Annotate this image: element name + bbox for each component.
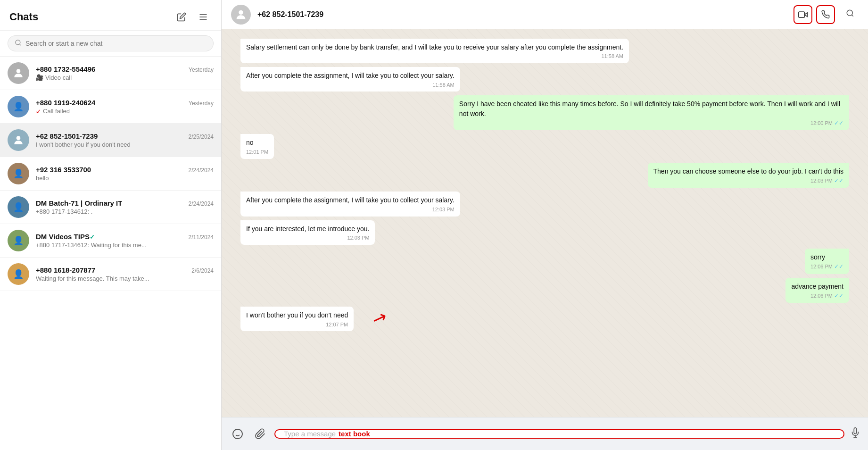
message-time: 11:58 AM bbox=[246, 53, 623, 60]
chat-list: +880 1732-554496 Yesterday 🎥 Video call … bbox=[0, 57, 221, 450]
svg-point-6 bbox=[17, 136, 21, 140]
message-bubble: Then you can choose someone else to do y… bbox=[648, 163, 849, 188]
message-time: 12:06 PM ✓✓ bbox=[810, 263, 843, 271]
chat-preview-text: hello bbox=[36, 175, 49, 182]
chat-list-item[interactable]: +880 1732-554496 Yesterday 🎥 Video call bbox=[0, 57, 221, 90]
chat-list-item[interactable]: 👤 +880 1618-207877 2/6/2024 Waiting for … bbox=[0, 258, 221, 291]
message-time: 12:03 PM bbox=[246, 234, 369, 242]
phone-call-button[interactable]: ↑ bbox=[816, 5, 835, 24]
avatar: 👤 bbox=[8, 96, 29, 117]
chat-info: +880 1919-240624 Yesterday ↙ Call failed bbox=[36, 99, 214, 115]
message-text: advance payment bbox=[791, 283, 843, 290]
video-call-button[interactable]: ↑ bbox=[794, 5, 812, 24]
time-text: 12:07 PM bbox=[326, 321, 348, 329]
chat-list-item[interactable]: +62 852-1501-7239 2/25/2024 I won't both… bbox=[0, 124, 221, 157]
video-call-icon: 🎥 bbox=[36, 74, 43, 81]
sidebar-header-icons bbox=[173, 8, 212, 25]
chat-info: +92 316 3533700 2/24/2024 hello bbox=[36, 166, 214, 182]
chat-info-top: DM Batch-71 | Ordinary IT 2/24/2024 bbox=[36, 199, 214, 207]
chat-date: Yesterday bbox=[189, 67, 214, 73]
chat-preview: +880 1717-134612: Waiting for this me... bbox=[36, 242, 214, 249]
filter-button[interactable] bbox=[195, 8, 212, 25]
message-text: Sorry I have been cheated like this many… bbox=[459, 100, 840, 117]
message-bubble: advance payment 12:06 PM ✓✓ bbox=[785, 278, 849, 303]
chat-list-item[interactable]: 👤 DM Videos TIPS✓ 2/11/2024 +880 1717-13… bbox=[0, 224, 221, 258]
message-bubble: After you complete the assignment, I wil… bbox=[240, 67, 460, 92]
chat-info-top: +880 1919-240624 Yesterday bbox=[36, 99, 214, 107]
message-row: Then you can choose someone else to do y… bbox=[240, 163, 849, 188]
chat-date: Yesterday bbox=[189, 100, 214, 107]
svg-line-4 bbox=[19, 44, 21, 45]
msg-annotation-arrow: ↙ bbox=[369, 305, 390, 333]
time-text: 11:58 AM bbox=[432, 82, 454, 89]
chat-name: +880 1618-207877 bbox=[36, 266, 95, 274]
avatar: 👤 bbox=[8, 263, 29, 285]
chat-preview-text: +880 1717-134612: Waiting for this me... bbox=[36, 242, 147, 249]
svg-point-10 bbox=[847, 10, 852, 16]
input-placeholder: Type a message bbox=[284, 430, 336, 438]
message-text: After you complete the assignment, I wil… bbox=[246, 72, 455, 79]
sidebar-header: Chats bbox=[0, 0, 221, 31]
message-row: Salary settlement can only be done by ba… bbox=[240, 39, 849, 63]
svg-point-12 bbox=[233, 429, 242, 439]
missed-call-icon: ↙ bbox=[36, 108, 41, 115]
svg-line-11 bbox=[851, 15, 853, 16]
message-row: I won't bother you if you don't need 12:… bbox=[240, 307, 849, 331]
search-input[interactable] bbox=[25, 40, 207, 47]
chat-list-item[interactable]: 👤 +92 316 3533700 2/24/2024 hello bbox=[0, 157, 221, 191]
input-highlight-text: text book bbox=[339, 430, 370, 438]
message-row: After you complete the assignment, I wil… bbox=[240, 192, 849, 216]
chat-info: +880 1732-554496 Yesterday 🎥 Video call bbox=[36, 65, 214, 81]
chat-preview: I won't bother you if you don't need bbox=[36, 141, 214, 148]
chat-preview-text: I won't bother you if you don't need bbox=[36, 141, 131, 148]
message-bubble: If you are interested, let me introduce … bbox=[240, 220, 375, 245]
header-search-button[interactable] bbox=[842, 6, 859, 23]
chat-info: +62 852-1501-7239 2/25/2024 I won't both… bbox=[36, 132, 214, 148]
check-marks: ✓✓ bbox=[834, 292, 843, 300]
input-area: Type a message text book bbox=[222, 417, 868, 450]
attach-button[interactable] bbox=[252, 425, 269, 442]
chat-preview-text: Waiting for this message. This may take.… bbox=[36, 275, 149, 282]
emoji-button[interactable] bbox=[229, 425, 246, 442]
header-action-buttons: ↑ ↑ bbox=[794, 5, 835, 24]
message-time: 12:01 PM bbox=[246, 149, 268, 156]
chat-list-item[interactable]: 👤 +880 1919-240624 Yesterday ↙ Call fail… bbox=[0, 90, 221, 124]
time-text: 12:03 PM bbox=[810, 177, 833, 185]
mic-button[interactable] bbox=[850, 427, 860, 441]
chat-name: DM Batch-71 | Ordinary IT bbox=[36, 199, 122, 207]
chat-preview-text: +880 1717-134612: . bbox=[36, 208, 92, 215]
message-row: Sorry I have been cheated like this many… bbox=[240, 95, 849, 130]
svg-point-5 bbox=[17, 69, 21, 73]
message-input-wrapper: Type a message text book bbox=[274, 429, 844, 439]
avatar: 👤 bbox=[8, 230, 29, 251]
message-text: If you are interested, let me introduce … bbox=[246, 225, 369, 233]
time-text: 12:06 PM bbox=[810, 292, 833, 300]
chat-preview: +880 1717-134612: . bbox=[36, 208, 214, 215]
chat-header-avatar bbox=[231, 5, 251, 25]
chat-date: 2/11/2024 bbox=[189, 234, 214, 241]
message-time: 12:07 PM bbox=[246, 321, 348, 329]
search-icon bbox=[15, 39, 22, 48]
chat-name: +62 852-1501-7239 bbox=[36, 132, 98, 140]
message-time: 12:03 PM ✓✓ bbox=[653, 177, 843, 185]
chat-list-item[interactable]: 👤 DM Batch-71 | Ordinary IT 2/24/2024 +8… bbox=[0, 191, 221, 224]
chat-date: 2/24/2024 bbox=[189, 200, 214, 207]
chat-name: +880 1919-240624 bbox=[36, 99, 95, 107]
sidebar-title: Chats bbox=[9, 11, 38, 23]
time-text: 12:00 PM bbox=[810, 120, 833, 127]
avatar: 👤 bbox=[8, 163, 29, 184]
svg-marker-8 bbox=[804, 12, 807, 16]
chat-info: DM Batch-71 | Ordinary IT 2/24/2024 +880… bbox=[36, 199, 214, 215]
message-time: 11:58 AM bbox=[246, 82, 455, 89]
chat-header: +62 852-1501-7239 ↑ ↑ bbox=[222, 0, 868, 29]
chat-name: DM Videos TIPS✓ bbox=[36, 233, 95, 241]
new-chat-button[interactable] bbox=[173, 8, 190, 25]
avatar: 👤 bbox=[8, 196, 29, 218]
check-marks: ✓✓ bbox=[834, 177, 843, 185]
avatar bbox=[8, 62, 29, 84]
message-text: no bbox=[246, 139, 254, 146]
time-text: 12:06 PM bbox=[810, 263, 833, 271]
message-text: After you complete the assignment, I wil… bbox=[246, 196, 455, 204]
check-marks: ✓✓ bbox=[834, 119, 843, 127]
message-input-display: Type a message text book bbox=[284, 430, 370, 438]
